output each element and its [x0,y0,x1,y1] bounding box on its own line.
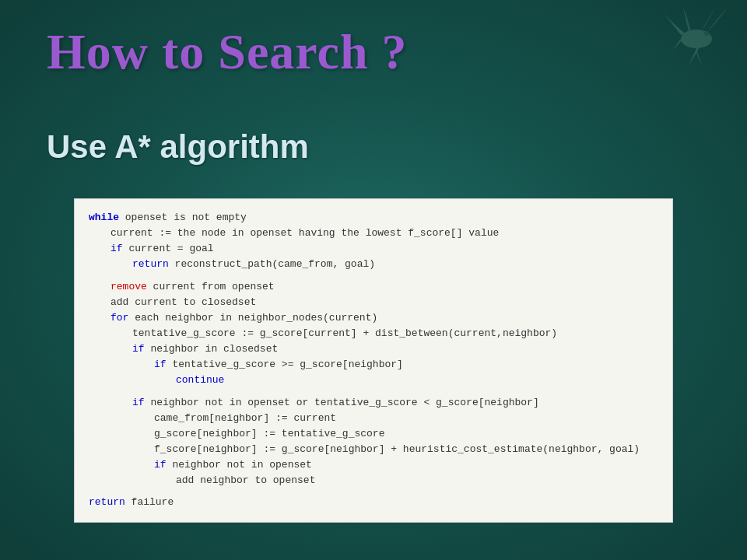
code-text: add current to closedset [110,296,256,308]
code-text: current := the node in openset having th… [110,227,499,239]
subtitle: Use A* algorithm [47,128,309,166]
code-line: tentative_g_score := g_score[current] + … [89,326,658,341]
code-keyword: if [154,459,167,471]
code-keyword: if [132,397,145,408]
code-text: each neighbor in neighbor_nodes(current) [128,312,377,324]
code-spacer [89,488,658,495]
code-line: if neighbor not in openset or tentative_… [89,395,658,411]
code-keyword: remove [110,281,147,292]
code-line: current := the node in openset having th… [89,226,658,241]
code-keyword: while [89,212,119,223]
code-keyword: continue [176,374,224,386]
code-line: return reconstruct_path(came_from, goal) [89,257,658,272]
code-line: if tentative_g_score >= g_score[neighbor… [89,357,658,373]
code-text: current = goal [123,243,214,254]
code-block: while openset is not emptycurrent := the… [74,198,673,523]
code-keyword: for [110,312,128,324]
code-text: g_score[neighbor] := tentative_g_score [154,428,384,439]
code-text: failure [125,496,174,508]
code-line: return failure [89,495,658,510]
code-text: current from openset [147,281,275,292]
code-line: for each neighbor in neighbor_nodes(curr… [89,310,658,326]
code-line: if neighbor in closedset [89,341,658,357]
code-text: neighbor not in openset or tentative_g_s… [145,397,539,408]
code-line: came_from[neighbor] := current [89,411,658,426]
code-text: tentative_g_score >= g_score[neighbor] [167,359,403,370]
code-keyword: if [110,243,123,254]
code-text: openset is not empty [119,212,247,223]
code-text: add neighbor to openset [176,474,315,486]
code-keyword: if [154,359,167,370]
code-keyword: if [132,343,145,355]
code-line: while openset is not empty [89,210,658,226]
code-line: f_score[neighbor] := g_score[neighbor] +… [89,442,658,457]
code-text: f_score[neighbor] := g_score[neighbor] +… [154,443,640,455]
code-line: continue [89,373,658,388]
code-spacer [89,389,658,395]
decorative-bird-icon [654,4,731,74]
code-text: neighbor not in openset [167,459,312,471]
code-line: add current to closedset [89,295,658,310]
code-line: if neighbor not in openset [89,457,658,473]
code-keyword: return [89,496,125,508]
code-line: if current = goal [89,241,658,257]
code-line: add neighbor to openset [89,473,658,488]
code-text: came_from[neighbor] := current [154,412,336,424]
code-spacer [89,273,658,279]
svg-point-1 [704,31,709,36]
page-title: How to Search ? [47,23,408,81]
code-text: neighbor in closedset [145,343,279,355]
code-text: tentative_g_score := g_score[current] + … [132,327,557,339]
code-line: g_score[neighbor] := tentative_g_score [89,426,658,442]
code-text: reconstruct_path(came_from, goal) [169,258,375,270]
code-line: remove current from openset [89,279,658,295]
code-keyword: return [132,258,169,270]
